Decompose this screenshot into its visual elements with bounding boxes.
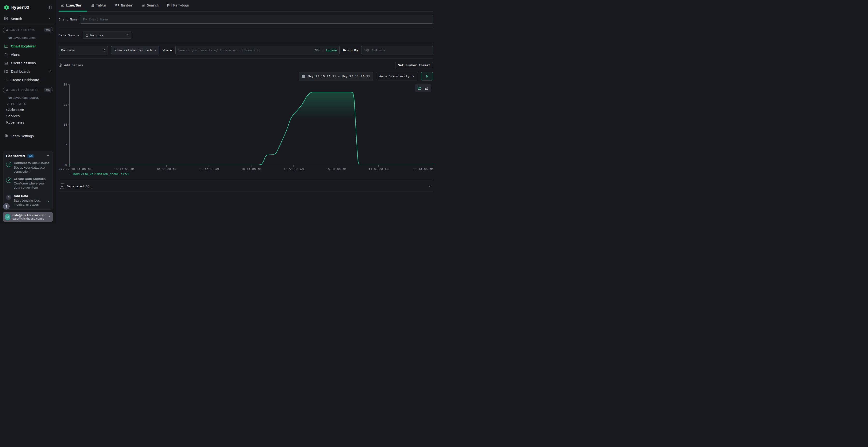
- legend-line-marker: —: [70, 172, 72, 176]
- saved-dashboards-placeholder: Saved Dashboards: [10, 88, 43, 92]
- get-started-title: Get Started: [6, 154, 25, 158]
- sidebar-item-label: Alerts: [11, 53, 20, 57]
- plus-icon: [5, 78, 8, 82]
- search-section-header[interactable]: Search: [0, 12, 56, 24]
- chevron-up-icon[interactable]: [49, 69, 52, 73]
- sidebar-item-label: Dashboards: [11, 69, 30, 73]
- tab-search[interactable]: Search: [140, 0, 161, 10]
- step-title: Add Data: [14, 194, 42, 198]
- preset-kubernetes[interactable]: Kubernetes: [0, 119, 56, 126]
- hyperdx-logo-icon: [4, 5, 9, 10]
- metric-tag-label: visa_validation_cach: [114, 48, 152, 52]
- group-by-input[interactable]: [361, 46, 433, 55]
- tab-line-bar[interactable]: Line/Bar: [59, 0, 84, 10]
- chevron-up-down-icon: [103, 49, 105, 52]
- get-started-step-3[interactable]: 3 Add Data Start sending logs, metrics, …: [6, 194, 50, 207]
- search-section-icon: [4, 16, 8, 21]
- step-title: Create Data Sources: [14, 177, 50, 181]
- remove-metric-icon[interactable]: ✕: [155, 48, 156, 52]
- avatar: D: [5, 214, 10, 220]
- preset-services[interactable]: Services: [0, 113, 56, 119]
- group-by-label: Group By: [343, 48, 358, 52]
- generated-sql-label: Generated SQL: [67, 184, 426, 188]
- chevron-up-icon[interactable]: [49, 16, 52, 21]
- data-source-select[interactable]: Metrics: [83, 32, 131, 39]
- play-icon: [426, 75, 429, 78]
- svg-text:21: 21: [63, 103, 67, 106]
- markdown-icon: M↓: [167, 4, 172, 7]
- sidebar: HyperDX Search Saved Searches ⌘K No save…: [0, 0, 56, 224]
- sidebar-item-team-settings[interactable]: Team Settings: [0, 132, 56, 140]
- no-saved-dashboards-text: No saved dashboards: [0, 93, 56, 100]
- step-number-badge: 3: [6, 195, 11, 200]
- no-saved-searches-text: No saved searches: [0, 33, 56, 40]
- create-dashboard-button[interactable]: Create Dashboard: [0, 76, 56, 84]
- chart-legend[interactable]: — max(visa_validation_cache.size): [70, 172, 433, 176]
- time-range-value: May 27 10:14:11 - May 27 11:14:11: [308, 74, 370, 78]
- time-range-picker[interactable]: May 27 10:14:11 - May 27 11:14:11: [299, 72, 373, 80]
- chevron-down-icon: [6, 103, 9, 105]
- chevron-up-icon[interactable]: [46, 154, 50, 158]
- table-icon: [90, 4, 94, 7]
- line-chart[interactable]: 07142128May 27 10:14:00 AM10:23:00 AM10:…: [59, 82, 433, 172]
- chart-area: 07142128May 27 10:14:00 AM10:23:00 AM10:…: [59, 82, 433, 176]
- search-section-label: Search: [10, 16, 49, 21]
- svg-text:10:30:00 AM: 10:30:00 AM: [156, 167, 177, 171]
- sidebar-item-dashboards[interactable]: Dashboards: [0, 67, 56, 76]
- saved-dashboards-input[interactable]: Saved Dashboards ⌘K: [3, 87, 53, 93]
- metric-tag[interactable]: visa_validation_cach ✕: [111, 46, 159, 55]
- user-menu[interactable]: D dale@clickhouse.com dale@clickhouse.co…: [3, 212, 53, 222]
- granularity-select[interactable]: Auto Granularity: [376, 72, 418, 80]
- get-started-step-1[interactable]: Connect to ClickHouse Set up your databa…: [6, 161, 50, 174]
- layout-grid-icon: [4, 69, 8, 73]
- data-source-value: Metrics: [90, 33, 104, 37]
- saved-searches-input[interactable]: Saved Searches ⌘K: [3, 27, 53, 33]
- user-subtext: dale@clickhouse.com's: [12, 217, 45, 220]
- lucene-mode-toggle[interactable]: Lucene: [326, 48, 337, 52]
- sidebar-item-alerts[interactable]: Alerts: [0, 50, 56, 59]
- search-icon: [5, 89, 9, 92]
- presets-toggle[interactable]: PRESETS: [0, 100, 56, 107]
- get-started-progress-badge: 2/3: [27, 154, 34, 158]
- get-started-card: Get Started 2/3 Connect to ClickHouse Se…: [3, 151, 53, 209]
- logo-row: HyperDX: [0, 0, 56, 12]
- chart-style-toggle[interactable]: [415, 84, 431, 92]
- help-button[interactable]: ?: [3, 203, 10, 209]
- calendar-icon: [302, 74, 305, 78]
- set-number-format-button[interactable]: Set number format: [395, 62, 433, 68]
- preset-clickhouse[interactable]: ClickHouse: [0, 107, 56, 113]
- chart-name-label: Chart Name: [59, 18, 78, 21]
- number-123-icon: 123: [115, 4, 119, 7]
- saved-dashboards-shortcut: ⌘K: [44, 88, 51, 92]
- get-started-step-2[interactable]: Create Data Sources Configure where your…: [6, 177, 50, 190]
- line-style-icon[interactable]: [417, 86, 422, 90]
- check-circle-icon: [6, 177, 11, 183]
- presets-label: PRESETS: [11, 102, 26, 106]
- sidebar-item-label: Team Settings: [11, 134, 34, 138]
- add-series-button[interactable]: Add Series: [59, 63, 83, 67]
- tab-markdown[interactable]: M↓ Markdown: [165, 0, 191, 10]
- run-query-button[interactable]: [421, 72, 433, 80]
- sql-mode-toggle[interactable]: SQL: [315, 48, 320, 52]
- main-panel: Line/Bar Table 123 Number Search M↓ Ma: [56, 0, 434, 224]
- aggregation-select[interactable]: Maximum: [59, 46, 108, 55]
- bar-style-icon[interactable]: [425, 86, 429, 90]
- mode-separator: |: [322, 48, 324, 52]
- chart-line-icon: [4, 44, 8, 48]
- legend-series-label: max(visa_validation_cache.size): [73, 172, 130, 176]
- svg-text:10:51:00 AM: 10:51:00 AM: [284, 167, 304, 171]
- sidebar-item-chart-explorer[interactable]: Chart Explorer: [0, 42, 56, 50]
- active-tab-underline: [59, 10, 87, 11]
- tab-label: Markdown: [173, 3, 189, 7]
- generated-sql-toggle[interactable]: <> Generated SQL: [59, 181, 433, 192]
- collapse-sidebar-icon[interactable]: [48, 5, 52, 10]
- svg-text:7: 7: [65, 143, 67, 147]
- code-icon: <>: [60, 183, 64, 189]
- chart-name-input[interactable]: [80, 15, 433, 24]
- laptop-icon: [4, 61, 8, 65]
- sidebar-item-client-sessions[interactable]: Client Sessions: [0, 59, 56, 67]
- tab-label: Table: [96, 3, 106, 7]
- tab-number[interactable]: 123 Number: [113, 0, 135, 10]
- chevron-down-icon: [428, 184, 432, 188]
- tab-table[interactable]: Table: [89, 0, 108, 10]
